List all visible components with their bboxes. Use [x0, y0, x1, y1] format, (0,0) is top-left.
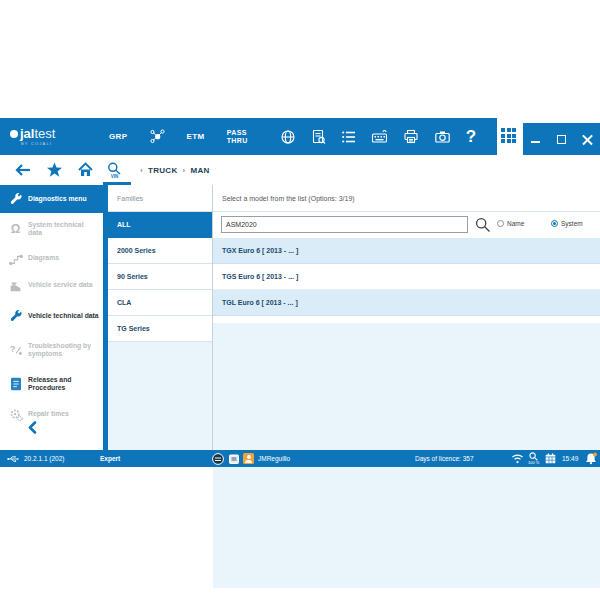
- models-header: Select a model from the list (Options: 3…: [213, 185, 600, 212]
- back-button[interactable]: [14, 163, 32, 177]
- content-area: Diagnostics menu Ω System technical data…: [0, 185, 600, 450]
- families-header: Families: [108, 185, 212, 212]
- notifications-bell-icon[interactable]: [585, 450, 597, 467]
- sidebar-item-releases-and-procedures[interactable]: Releases and Procedures: [0, 367, 103, 401]
- collapse-sidebar-button[interactable]: [28, 421, 37, 434]
- status-bar: 20.2.1.1 (202) Expert: [0, 450, 600, 467]
- page-background: jal test BY COJALI GRP ETM PAS: [0, 0, 600, 600]
- minimize-button[interactable]: [527, 130, 545, 150]
- circuit-diagram-icon: [7, 252, 24, 266]
- window-controls: [523, 123, 600, 156]
- sidebar-item-troubleshooting-by-symptoms[interactable]: ? Troubleshooting by symptoms: [0, 333, 103, 367]
- sidebar-item-repair-times[interactable]: Repair times: [0, 401, 103, 428]
- close-button[interactable]: [578, 130, 596, 150]
- sidebar-item-label: Vehicle service data: [28, 281, 93, 290]
- logo-subtitle: BY COJALI: [21, 141, 98, 146]
- breadcrumb-separator: ›: [140, 166, 143, 175]
- keyboard-icon[interactable]: [371, 129, 388, 144]
- grp-button[interactable]: GRP: [109, 132, 128, 141]
- question-tools-icon: ?: [7, 343, 24, 357]
- radio-name[interactable]: Name: [497, 220, 524, 227]
- oil-can-icon: [7, 279, 24, 293]
- list-icon[interactable]: [341, 130, 356, 144]
- camera-icon[interactable]: [434, 129, 451, 144]
- pass-thru-line1: PASS: [227, 129, 248, 137]
- radio-system[interactable]: System: [551, 220, 583, 227]
- family-item-all[interactable]: ALL: [108, 212, 212, 238]
- maximize-button[interactable]: [552, 130, 570, 150]
- logo-text-light: test: [34, 127, 55, 140]
- sidebar-item-label: Diagnostics menu: [28, 195, 87, 204]
- server-status-icon[interactable]: [212, 450, 224, 467]
- tools-icon: [7, 192, 24, 206]
- toolbar-icon-group: ?: [277, 128, 479, 145]
- models-panel: Select a model from the list (Options: 3…: [213, 185, 600, 450]
- user-avatar[interactable]: [243, 450, 254, 467]
- help-button[interactable]: ?: [466, 128, 476, 145]
- breadcrumb-item-man[interactable]: MAN: [190, 166, 209, 175]
- sidebar-item-label: Vehicle technical data: [28, 312, 99, 321]
- wrench-icon: [7, 309, 24, 323]
- vin-search-button[interactable]: VIN: [107, 155, 122, 185]
- radio-name-label: Name: [507, 220, 524, 227]
- usb-icon: [7, 450, 19, 467]
- licence-label: Days of licence: 357: [415, 450, 474, 467]
- radio-name-circle: [497, 220, 504, 227]
- navigation-bar: VIN › TRUCK › MAN: [0, 155, 600, 185]
- model-row-tgs[interactable]: TGS Euro 6 [ 2013 - ... ]: [213, 264, 600, 290]
- sidebar-item-vehicle-technical-data[interactable]: Vehicle technical data: [0, 299, 103, 333]
- sidebar-item-label: Repair times: [28, 410, 69, 419]
- calendar-icon[interactable]: [545, 450, 556, 467]
- sidebar-item-diagnostics-menu[interactable]: Diagnostics menu: [0, 185, 103, 213]
- logo-mark-icon: [10, 130, 18, 138]
- home-button[interactable]: [77, 162, 94, 178]
- model-row-tgx[interactable]: TGX Euro 6 [ 2013 - ... ]: [213, 238, 600, 264]
- zoom-level-label: 100 %: [528, 461, 539, 466]
- jaltest-logo: jal test BY COJALI: [10, 127, 98, 146]
- sidebar-item-diagrams[interactable]: Diagrams: [0, 245, 103, 272]
- sidebar-item-label: Releases and Procedures: [28, 376, 99, 393]
- wifi-icon[interactable]: [511, 450, 524, 467]
- family-item-2000-series[interactable]: 2000 Series: [108, 238, 212, 264]
- sidebar-item-system-technical-data[interactable]: Ω System technical data: [0, 213, 103, 245]
- radio-system-label: System: [561, 220, 583, 227]
- model-row-tgl[interactable]: TGL Euro 6 [ 2013 - ... ]: [213, 290, 600, 316]
- clipboard-icon[interactable]: [228, 450, 240, 467]
- etm-button[interactable]: ETM: [187, 132, 205, 141]
- model-search-input[interactable]: [221, 216, 468, 233]
- family-item-cla[interactable]: CLA: [108, 290, 212, 316]
- breadcrumb: › TRUCK › MAN: [140, 166, 210, 175]
- sidebar-item-label: Diagrams: [28, 254, 59, 263]
- family-item-tg-series[interactable]: TG Series: [108, 316, 212, 342]
- sidebar: Diagnostics menu Ω System technical data…: [0, 185, 103, 450]
- pass-thru-line2: THRU: [227, 137, 248, 145]
- sidebar-item-vehicle-service-data[interactable]: Vehicle service data: [0, 272, 103, 299]
- globe-icon[interactable]: [280, 129, 296, 145]
- diagnostics-connection-icon[interactable]: [149, 128, 166, 145]
- sidebar-item-label: Troubleshooting by symptoms: [28, 342, 99, 359]
- top-toolbar: jal test BY COJALI GRP ETM PAS: [0, 118, 497, 155]
- mode-label: Expert: [100, 450, 120, 467]
- search-icon[interactable]: [475, 217, 491, 233]
- family-item-90-series[interactable]: 90 Series: [108, 264, 212, 290]
- families-panel: Families ALL 2000 Series 90 Series CLA T…: [108, 185, 213, 450]
- radio-system-circle: [551, 220, 558, 227]
- gears-icon: [7, 408, 24, 422]
- omega-icon: Ω: [7, 223, 24, 235]
- svg-text:?: ?: [9, 344, 14, 354]
- printer-icon[interactable]: [403, 129, 419, 144]
- model-search-row: Name System: [213, 212, 600, 238]
- document-icon: [7, 377, 24, 391]
- breadcrumb-item-truck[interactable]: TRUCK: [148, 166, 178, 175]
- username-label: JMReguillo: [258, 450, 290, 467]
- pass-thru-button[interactable]: PASS THRU: [227, 129, 248, 144]
- favorites-star-button[interactable]: [46, 162, 63, 178]
- document-search-icon[interactable]: [311, 129, 326, 145]
- clock-label: 15:49: [562, 450, 578, 467]
- app-window: jal test BY COJALI GRP ETM PAS: [0, 118, 600, 467]
- list-gap: [213, 316, 600, 323]
- vin-label: VIN: [111, 174, 119, 179]
- apps-grid-button[interactable]: [501, 128, 520, 146]
- version-label: 20.2.1.1 (202): [24, 450, 64, 467]
- zoom-level-indicator[interactable]: 100 %: [528, 450, 539, 467]
